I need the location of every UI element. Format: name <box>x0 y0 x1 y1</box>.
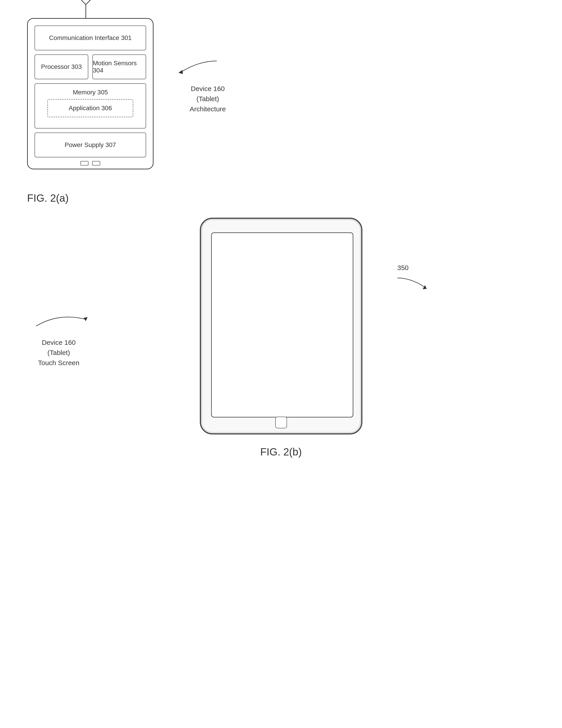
tablet-btn-2 <box>92 161 100 166</box>
fig-b-annotation-right-number: 350 <box>397 264 409 272</box>
fig-b-annotation-left: Device 160 (Tablet) Touch Screen <box>23 308 95 368</box>
power-supply-box: Power Supply 307 <box>35 133 146 157</box>
application-box: Application 306 <box>47 99 133 117</box>
processor-box: Processor 303 <box>35 54 88 79</box>
tablet-physical: 350 <box>200 218 362 434</box>
tablet-buttons <box>80 161 100 166</box>
fig-a-content: Communication Interface 301 Processor 30… <box>27 18 154 169</box>
motion-sensors-box: Motion Sensors 304 <box>92 54 146 79</box>
middle-row: Processor 303 Motion Sensors 304 <box>35 54 146 79</box>
fig-a-label: FIG. 2(a) <box>0 192 69 204</box>
processor-label: Processor 303 <box>41 63 82 70</box>
application-label: Application 306 <box>69 105 112 112</box>
svg-line-1 <box>80 0 86 5</box>
fig-b-section: Device 160 (Tablet) Touch Screen 350 <box>0 218 562 434</box>
power-supply-label: Power Supply 307 <box>65 141 116 149</box>
svg-line-2 <box>86 0 91 5</box>
tablet-btn-1 <box>80 161 89 166</box>
svg-marker-7 <box>423 285 427 289</box>
memory-label: Memory 305 <box>40 89 141 96</box>
tablet-device-architecture: Communication Interface 301 Processor 30… <box>27 18 154 169</box>
svg-marker-5 <box>178 70 183 74</box>
fig-b-label: FIG. 2(b) <box>260 446 302 458</box>
memory-box: Memory 305 Application 306 <box>35 83 146 128</box>
tablet-home-button <box>275 417 287 428</box>
page-container: Communication Interface 301 Processor 30… <box>0 0 562 728</box>
fig-a-annotation-label: Device 160 (Tablet) Architecture <box>190 84 226 114</box>
fig-a-section: Communication Interface 301 Processor 30… <box>0 18 562 204</box>
antenna <box>77 0 95 18</box>
comm-interface-label: Communication Interface 301 <box>49 34 132 42</box>
arrow-b-right <box>397 273 447 296</box>
fig-b-wrapper: Device 160 (Tablet) Touch Screen 350 <box>0 204 562 458</box>
arrow-b-left <box>23 308 95 335</box>
motion-sensors-label: Motion Sensors 304 <box>93 60 146 74</box>
tablet-screen <box>211 232 353 418</box>
comm-interface-box: Communication Interface 301 <box>35 26 146 50</box>
